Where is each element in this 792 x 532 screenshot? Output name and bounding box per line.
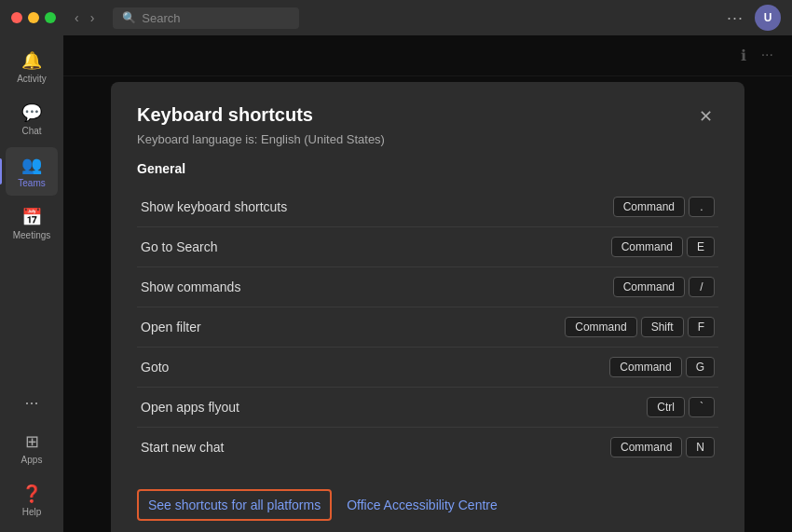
sidebar-label-chat: Chat	[21, 126, 41, 136]
shortcut-name-new-chat: Start new chat	[141, 440, 225, 455]
more-options-button[interactable]: ···	[727, 8, 744, 28]
shortcut-row-show-keyboard: Show keyboard shortcuts Command .	[137, 187, 718, 227]
modal-header: Keyboard shortcuts ✕	[137, 104, 718, 129]
title-bar: ‹ › 🔍 Search ··· U	[0, 0, 792, 35]
modal-title: Keyboard shortcuts	[137, 104, 313, 126]
back-button[interactable]: ‹	[71, 8, 83, 27]
modal-close-button[interactable]: ✕	[693, 104, 718, 129]
key-command: Command	[610, 437, 682, 457]
shortcut-keys-show-keyboard: Command .	[613, 197, 715, 217]
shortcut-keys-open-apps: Ctrl `	[647, 397, 715, 417]
sidebar-item-activity[interactable]: 🔔 Activity	[6, 43, 58, 91]
nav-buttons: ‹ ›	[71, 8, 98, 27]
shortcut-name-show-keyboard: Show keyboard shortcuts	[141, 199, 287, 214]
sidebar-item-meetings[interactable]: 📅 Meetings	[6, 199, 58, 248]
search-placeholder-text: Search	[142, 11, 180, 25]
shortcuts-list: Show keyboard shortcuts Command . Go to …	[137, 187, 718, 467]
section-title: General	[137, 161, 718, 176]
shortcut-keys-goto-search: Command E	[611, 237, 715, 257]
main-layout: 🔔 Activity 💬 Chat 👥 Teams 📅 Meetings ···…	[0, 35, 792, 532]
key-backtick: `	[689, 397, 715, 417]
meetings-icon: 📅	[21, 207, 42, 227]
active-indicator	[0, 158, 2, 184]
traffic-lights	[11, 12, 56, 23]
avatar[interactable]: U	[755, 5, 781, 31]
modal-footer: See shortcuts for all platforms Office A…	[137, 482, 718, 521]
accessibility-link[interactable]: Office Accessibility Centre	[347, 498, 498, 512]
modal-subtitle: Keyboard language is: English (United St…	[137, 132, 718, 146]
sidebar-label-apps: Apps	[21, 455, 43, 465]
shortcut-row-open-apps: Open apps flyout Ctrl `	[137, 388, 718, 428]
chat-icon: 💬	[21, 102, 42, 123]
key-shift: Shift	[641, 317, 684, 337]
see-shortcuts-box: See shortcuts for all platforms	[137, 489, 332, 521]
key-g: G	[686, 357, 715, 377]
shortcut-keys-show-commands: Command /	[613, 277, 715, 297]
key-dot: .	[689, 197, 715, 217]
key-command: Command	[609, 357, 681, 377]
shortcut-row-goto: Goto Command G	[137, 348, 718, 388]
activity-icon: 🔔	[21, 50, 42, 71]
key-ctrl: Ctrl	[647, 397, 685, 417]
search-bar[interactable]: 🔍 Search	[113, 7, 299, 29]
key-e: E	[687, 237, 715, 257]
key-slash: /	[689, 277, 715, 297]
see-shortcuts-link[interactable]: See shortcuts for all platforms	[148, 498, 321, 512]
key-command: Command	[613, 197, 685, 217]
key-f: F	[688, 317, 715, 337]
shortcut-keys-open-filter: Command Shift F	[565, 317, 715, 337]
keyboard-shortcuts-modal: Keyboard shortcuts ✕ Keyboard language i…	[111, 82, 744, 532]
sidebar-item-teams[interactable]: 👥 Teams	[6, 147, 58, 196]
key-command: Command	[565, 317, 636, 337]
title-bar-right: ··· U	[727, 5, 781, 31]
shortcut-name-goto: Goto	[141, 360, 169, 375]
shortcut-name-open-apps: Open apps flyout	[141, 400, 239, 415]
shortcut-name-open-filter: Open filter	[141, 320, 201, 334]
shortcut-row-new-chat: Start new chat Command N	[137, 428, 718, 467]
sidebar-label-activity: Activity	[17, 74, 47, 84]
forward-button[interactable]: ›	[87, 8, 99, 27]
content-area: ℹ ··· Keyboard shortcuts ✕ Keyboard lang…	[63, 35, 792, 532]
minimize-traffic-light[interactable]	[28, 12, 39, 23]
close-traffic-light[interactable]	[11, 12, 22, 23]
apps-icon: ⊞	[25, 431, 39, 452]
teams-icon: 👥	[21, 155, 42, 175]
key-command: Command	[613, 277, 685, 297]
maximize-traffic-light[interactable]	[45, 12, 56, 23]
sidebar-item-apps[interactable]: ⊞ Apps	[6, 424, 58, 472]
sidebar-label-meetings: Meetings	[13, 230, 51, 240]
shortcut-keys-goto: Command G	[609, 357, 715, 377]
sidebar-label-help: Help	[22, 507, 42, 517]
sidebar: 🔔 Activity 💬 Chat 👥 Teams 📅 Meetings ···…	[0, 35, 63, 532]
key-n: N	[686, 437, 715, 457]
help-icon: ❓	[21, 484, 42, 504]
sidebar-item-chat[interactable]: 💬 Chat	[6, 95, 58, 143]
sidebar-more-button[interactable]: ···	[17, 386, 46, 420]
shortcut-keys-new-chat: Command N	[610, 437, 715, 457]
shortcut-row-open-filter: Open filter Command Shift F	[137, 307, 718, 348]
shortcut-row-show-commands: Show commands Command /	[137, 267, 718, 307]
shortcut-name-goto-search: Go to Search	[141, 239, 218, 254]
sidebar-item-help[interactable]: ❓ Help	[6, 476, 58, 525]
shortcut-row-goto-search: Go to Search Command E	[137, 227, 718, 267]
search-icon: 🔍	[122, 11, 136, 24]
shortcut-name-show-commands: Show commands	[141, 280, 240, 294]
sidebar-label-teams: Teams	[18, 178, 45, 188]
key-command: Command	[611, 237, 683, 257]
